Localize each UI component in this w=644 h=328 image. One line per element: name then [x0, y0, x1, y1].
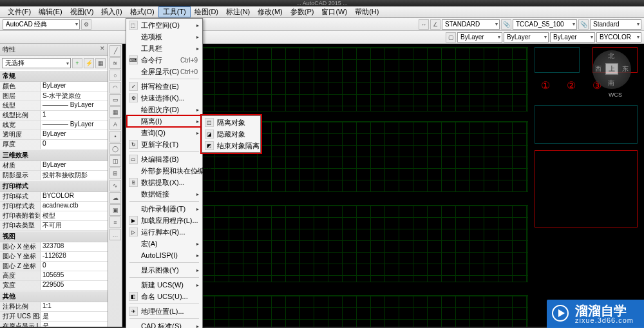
submenu-item[interactable]: ◪隐藏对象	[203, 128, 260, 140]
compass-top[interactable]: 上	[605, 63, 618, 75]
menu-item[interactable]: 查询(Q)▸	[127, 127, 202, 139]
menu-format[interactable]: 格式(O)	[126, 6, 158, 17]
prop-value[interactable]: ByLayer	[40, 82, 108, 91]
tools-dropdown[interactable]: ⬚工作空间(O)▸选项板▸工具栏▸⌨命令行Ctrl+9全屏显示(C)Ctrl+0…	[126, 18, 203, 328]
menu-item[interactable]: 外部参照和块在位编辑▸	[127, 165, 202, 177]
prop-group-head[interactable]: 三维效果	[0, 150, 108, 161]
menu-item[interactable]: 全屏显示(C)Ctrl+0	[127, 66, 202, 77]
color-combo[interactable]: BYCOLOR	[596, 32, 641, 43]
prop-row[interactable]: 线宽———— ByLayer	[0, 121, 108, 130]
prop-row[interactable]: 打开 UCS 图标是	[0, 312, 108, 322]
menu-item[interactable]: ✈地理位置(L)...	[127, 305, 202, 317]
line-icon[interactable]: ╱	[109, 45, 121, 57]
arc-icon[interactable]: ◠	[109, 82, 121, 93]
menu-file[interactable]: 文件(F)	[4, 6, 35, 17]
isolate-submenu[interactable]: ◫隔离对象◪隐藏对象◩结束对象隔离	[202, 115, 261, 153]
prop-row[interactable]: 圆心 X 坐标323708	[0, 242, 108, 252]
prop-value[interactable]: 229505	[40, 281, 108, 290]
menu-item[interactable]: 宏(A)▸	[127, 238, 202, 249]
prop-row[interactable]: 注释比例1:1	[0, 302, 108, 312]
mtext-icon[interactable]: ≡	[109, 217, 121, 228]
text-icon[interactable]: A	[109, 119, 121, 130]
polyline-icon[interactable]: ≋	[109, 57, 121, 69]
pin-icon[interactable]: 📎	[501, 19, 511, 30]
menu-item[interactable]: ⌨命令行Ctrl+9	[127, 54, 202, 66]
prop-row[interactable]: 打印样式BYCOLOR	[0, 192, 108, 202]
layer-combo-1[interactable]: ByLayer	[457, 32, 502, 43]
prop-row[interactable]: 高度105695	[0, 271, 108, 281]
menu-item[interactable]: 选项板▸	[127, 31, 202, 43]
prop-row[interactable]: 颜色ByLayer	[0, 82, 108, 92]
menu-item[interactable]: ▶加载应用程序(L)...	[127, 215, 202, 226]
prop-group-head[interactable]: 常规	[0, 70, 108, 82]
prop-group-head[interactable]: 其他	[0, 291, 108, 302]
menu-item[interactable]: ▷运行脚本(R)...	[127, 226, 202, 238]
prop-row[interactable]: 透明度ByLayer	[0, 130, 108, 140]
prop-row[interactable]: 阴影显示投射和接收阴影	[0, 171, 108, 180]
region-icon[interactable]: ▣	[109, 204, 121, 216]
menu-view[interactable]: 视图(V)	[66, 6, 98, 17]
menu-help[interactable]: 帮助(H)	[351, 6, 383, 17]
menu-item[interactable]: ◧命名 UCS(U)...	[127, 291, 202, 302]
menu-item[interactable]: AutoLISP(I)▸	[127, 249, 202, 261]
prop-value[interactable]: 105695	[40, 271, 108, 280]
prop-value[interactable]: 0	[40, 262, 108, 271]
menu-item[interactable]: 绘图次序(D)▸	[127, 104, 202, 115]
quick-select-icon[interactable]: ⚡	[84, 58, 94, 68]
prop-value[interactable]: 是	[40, 312, 108, 321]
prop-group-head[interactable]: 视图	[0, 231, 108, 242]
menu-item[interactable]: ▭块编辑器(B)	[127, 153, 202, 165]
more-icon[interactable]: …	[109, 229, 121, 240]
dim-icon[interactable]: ↔	[419, 19, 429, 30]
prop-row[interactable]: 打印样式表acadnew.ctb	[0, 202, 108, 211]
block-icon[interactable]: ◫	[109, 155, 121, 167]
prop-value[interactable]: 是	[40, 322, 108, 327]
scale-combo[interactable]: TCCAD_S5_100	[513, 19, 577, 30]
prop-value[interactable]: ———— ByLayer	[40, 121, 108, 130]
prop-row[interactable]: 打印表类型不可用	[0, 221, 108, 231]
prop-value[interactable]: 0	[40, 140, 108, 149]
prop-value[interactable]: ByLayer	[40, 161, 108, 170]
prop-row[interactable]: 图层S-水平梁原位	[0, 92, 108, 101]
layer-combo-2[interactable]: ByLayer	[504, 32, 549, 43]
rect-icon[interactable]: ▭	[109, 94, 121, 106]
menu-dim[interactable]: 标注(N)	[222, 6, 254, 17]
prop-value[interactable]: 323708	[40, 242, 108, 251]
std-pin-icon[interactable]: 📎	[578, 19, 589, 30]
prop-value[interactable]: -112628	[40, 252, 108, 261]
prop-value[interactable]: ———— ByLayer	[40, 101, 108, 110]
layer-color-icon[interactable]: ▢	[446, 32, 456, 43]
menu-item[interactable]: 隔离(I)▸	[127, 115, 202, 127]
menu-param[interactable]: 参数(P)	[287, 6, 318, 17]
select-objects-icon[interactable]: ▦	[95, 58, 106, 68]
table-icon[interactable]: ⊞	[109, 168, 121, 179]
menu-item[interactable]: 显示图像(Y)▸	[127, 264, 202, 276]
prop-row[interactable]: 圆心 Z 坐标0	[0, 262, 108, 271]
viewcube[interactable]: 北 南 东 西 上	[592, 50, 631, 89]
menu-tools[interactable]: 工具(T)	[158, 6, 191, 17]
menu-item[interactable]: 数据链接▸	[127, 188, 202, 200]
menu-item[interactable]: ↻更新字段(T)	[127, 139, 202, 150]
selection-combo[interactable]: 无选择	[2, 58, 71, 68]
close-icon[interactable]: ✕	[100, 45, 105, 54]
pick-add-icon[interactable]: +	[72, 58, 82, 68]
prop-row[interactable]: 线型比例1	[0, 111, 108, 121]
menu-item[interactable]: 新建 UCS(W)▸	[127, 279, 202, 291]
menu-item[interactable]: ⎘数据提取(X)...	[127, 177, 202, 188]
prop-value[interactable]: ByLayer	[40, 130, 108, 139]
prop-value[interactable]: 1	[40, 111, 108, 120]
prop-group-head[interactable]: 打印样式	[0, 180, 108, 192]
menu-item[interactable]: 动作录制器(T)▸	[127, 203, 202, 215]
std-combo-1[interactable]: STANDARD	[442, 19, 500, 30]
prop-row[interactable]: 材质ByLayer	[0, 161, 108, 171]
layer-combo-3[interactable]: ByLayer	[550, 32, 595, 43]
submenu-item[interactable]: ◩结束对象隔离	[203, 140, 260, 151]
menu-item[interactable]: ⚙快速选择(K)...	[127, 92, 202, 104]
std-combo-2[interactable]: Standard	[590, 19, 641, 30]
prop-value[interactable]: 模型	[40, 211, 108, 220]
angle-icon[interactable]: ∠	[430, 19, 440, 30]
spline-icon[interactable]: ∿	[109, 180, 121, 191]
prop-value[interactable]: S-水平梁原位	[40, 92, 108, 101]
prop-value[interactable]: BYCOLOR	[40, 192, 108, 201]
menu-item[interactable]: CAD 标准(S)▸	[127, 320, 202, 328]
